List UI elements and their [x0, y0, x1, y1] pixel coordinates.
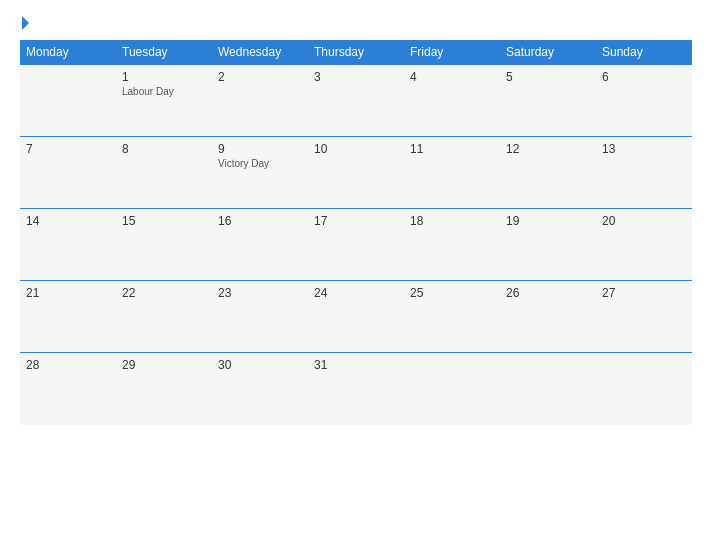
calendar-day-cell: 31	[308, 353, 404, 425]
day-number: 1	[122, 70, 206, 84]
header-cell-thursday: Thursday	[308, 40, 404, 65]
day-number: 9	[218, 142, 302, 156]
day-number: 17	[314, 214, 398, 228]
day-number: 22	[122, 286, 206, 300]
day-number: 7	[26, 142, 110, 156]
page: MondayTuesdayWednesdayThursdayFridaySatu…	[0, 0, 712, 550]
day-number: 12	[506, 142, 590, 156]
logo-triangle-icon	[22, 16, 29, 30]
calendar-day-cell: 16	[212, 209, 308, 281]
holiday-label: Victory Day	[218, 158, 302, 169]
day-number: 11	[410, 142, 494, 156]
calendar-day-cell: 14	[20, 209, 116, 281]
header	[20, 16, 692, 30]
calendar-day-cell: 4	[404, 65, 500, 137]
calendar-day-cell: 10	[308, 137, 404, 209]
day-number: 16	[218, 214, 302, 228]
day-number: 26	[506, 286, 590, 300]
calendar-day-cell: 23	[212, 281, 308, 353]
day-number: 31	[314, 358, 398, 372]
calendar-day-cell: 7	[20, 137, 116, 209]
calendar-day-cell: 2	[212, 65, 308, 137]
calendar-day-cell: 6	[596, 65, 692, 137]
calendar-day-cell: 12	[500, 137, 596, 209]
calendar-day-cell: 8	[116, 137, 212, 209]
calendar-week-row: 789Victory Day10111213	[20, 137, 692, 209]
calendar-day-cell: 19	[500, 209, 596, 281]
calendar-day-cell: 1Labour Day	[116, 65, 212, 137]
calendar-day-cell: 13	[596, 137, 692, 209]
calendar-day-cell: 21	[20, 281, 116, 353]
calendar-day-cell: 27	[596, 281, 692, 353]
calendar-day-cell: 22	[116, 281, 212, 353]
header-cell-wednesday: Wednesday	[212, 40, 308, 65]
header-cell-monday: Monday	[20, 40, 116, 65]
day-number: 27	[602, 286, 686, 300]
logo-blue-text	[20, 16, 29, 30]
calendar-day-cell: 17	[308, 209, 404, 281]
day-number: 10	[314, 142, 398, 156]
calendar-day-cell: 25	[404, 281, 500, 353]
calendar-day-cell: 9Victory Day	[212, 137, 308, 209]
header-cell-sunday: Sunday	[596, 40, 692, 65]
calendar-day-cell	[20, 65, 116, 137]
header-cell-tuesday: Tuesday	[116, 40, 212, 65]
calendar-day-cell: 29	[116, 353, 212, 425]
calendar-day-cell	[596, 353, 692, 425]
day-number: 3	[314, 70, 398, 84]
calendar-day-cell: 28	[20, 353, 116, 425]
day-number: 29	[122, 358, 206, 372]
day-number: 20	[602, 214, 686, 228]
day-number: 23	[218, 286, 302, 300]
calendar-day-cell: 15	[116, 209, 212, 281]
header-cell-saturday: Saturday	[500, 40, 596, 65]
calendar-header-row: MondayTuesdayWednesdayThursdayFridaySatu…	[20, 40, 692, 65]
calendar-week-row: 1Labour Day23456	[20, 65, 692, 137]
day-number: 15	[122, 214, 206, 228]
calendar-day-cell: 20	[596, 209, 692, 281]
day-number: 6	[602, 70, 686, 84]
day-number: 19	[506, 214, 590, 228]
day-number: 24	[314, 286, 398, 300]
header-cell-friday: Friday	[404, 40, 500, 65]
day-number: 4	[410, 70, 494, 84]
calendar-week-row: 21222324252627	[20, 281, 692, 353]
calendar-day-cell: 18	[404, 209, 500, 281]
calendar-day-cell: 26	[500, 281, 596, 353]
calendar-day-cell: 5	[500, 65, 596, 137]
day-number: 8	[122, 142, 206, 156]
calendar-day-cell: 30	[212, 353, 308, 425]
day-number: 5	[506, 70, 590, 84]
day-number: 28	[26, 358, 110, 372]
day-number: 13	[602, 142, 686, 156]
calendar-week-row: 28293031	[20, 353, 692, 425]
calendar-table: MondayTuesdayWednesdayThursdayFridaySatu…	[20, 40, 692, 425]
calendar-day-cell: 11	[404, 137, 500, 209]
day-number: 2	[218, 70, 302, 84]
holiday-label: Labour Day	[122, 86, 206, 97]
day-number: 18	[410, 214, 494, 228]
calendar-day-cell: 3	[308, 65, 404, 137]
calendar-day-cell	[500, 353, 596, 425]
day-number: 30	[218, 358, 302, 372]
calendar-day-cell: 24	[308, 281, 404, 353]
calendar-day-cell	[404, 353, 500, 425]
day-number: 21	[26, 286, 110, 300]
day-number: 25	[410, 286, 494, 300]
logo	[20, 16, 29, 30]
calendar-week-row: 14151617181920	[20, 209, 692, 281]
day-number: 14	[26, 214, 110, 228]
